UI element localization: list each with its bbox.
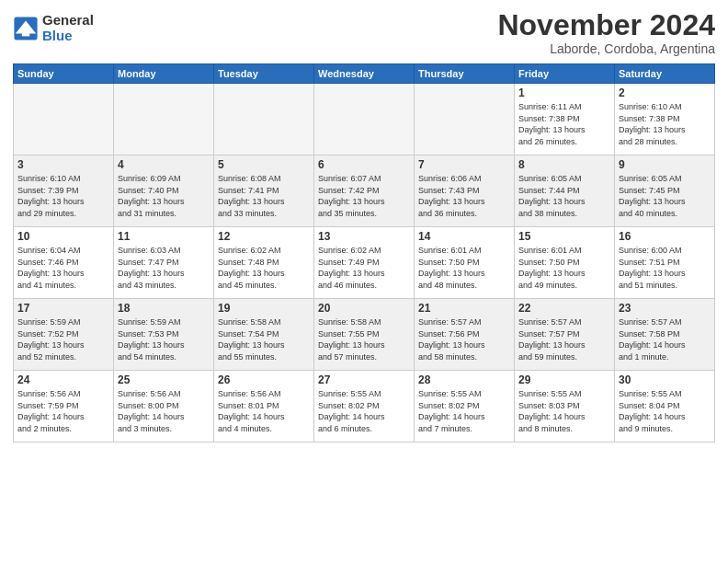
calendar-cell: 18Sunrise: 5:59 AMSunset: 7:53 PMDayligh… [114,299,214,371]
day-number: 2 [619,86,711,99]
day-number: 19 [218,302,310,315]
week-row-4: 17Sunrise: 5:59 AMSunset: 7:52 PMDayligh… [14,299,715,371]
day-number: 5 [218,158,310,171]
day-number: 13 [318,230,410,243]
calendar-cell: 12Sunrise: 6:02 AMSunset: 7:48 PMDayligh… [214,227,314,299]
title-area: November 2024 Laborde, Cordoba, Argentin… [497,9,715,56]
calendar-cell: 24Sunrise: 5:56 AMSunset: 7:59 PMDayligh… [14,371,114,442]
cell-details: Sunrise: 5:58 AMSunset: 7:54 PMDaylight:… [218,316,310,362]
cell-details: Sunrise: 6:01 AMSunset: 7:50 PMDaylight:… [418,245,510,291]
day-number: 25 [118,373,210,386]
weekday-header-saturday: Saturday [615,64,715,84]
calendar-cell: 16Sunrise: 6:00 AMSunset: 7:51 PMDayligh… [615,227,715,299]
weekday-header-monday: Monday [114,64,214,84]
day-number: 4 [118,158,210,171]
day-number: 16 [619,230,711,243]
day-number: 30 [619,373,711,386]
calendar-cell [214,84,314,155]
calendar-cell: 15Sunrise: 6:01 AMSunset: 7:50 PMDayligh… [515,227,615,299]
day-number: 8 [518,158,610,171]
day-number: 28 [418,373,510,386]
calendar-cell: 29Sunrise: 5:55 AMSunset: 8:03 PMDayligh… [515,371,615,442]
cell-details: Sunrise: 6:08 AMSunset: 7:41 PMDaylight:… [218,173,310,219]
calendar-cell: 9Sunrise: 6:05 AMSunset: 7:45 PMDaylight… [615,155,715,227]
day-number: 27 [318,373,410,386]
week-row-3: 10Sunrise: 6:04 AMSunset: 7:46 PMDayligh… [14,227,715,299]
day-number: 10 [17,230,109,243]
calendar-cell: 28Sunrise: 5:55 AMSunset: 8:02 PMDayligh… [415,371,515,442]
header: General Blue November 2024 Laborde, Cord… [13,9,715,56]
weekday-header-row: SundayMondayTuesdayWednesdayThursdayFrid… [14,64,715,84]
calendar-cell: 21Sunrise: 5:57 AMSunset: 7:56 PMDayligh… [415,299,515,371]
calendar-cell: 3Sunrise: 6:10 AMSunset: 7:39 PMDaylight… [14,155,114,227]
cell-details: Sunrise: 5:55 AMSunset: 8:02 PMDaylight:… [318,388,410,434]
cell-details: Sunrise: 5:59 AMSunset: 7:52 PMDaylight:… [17,316,109,362]
week-row-1: 1Sunrise: 6:11 AMSunset: 7:38 PMDaylight… [14,84,715,155]
month-title: November 2024 [497,9,715,41]
calendar-cell: 22Sunrise: 5:57 AMSunset: 7:57 PMDayligh… [515,299,615,371]
calendar-page: General Blue November 2024 Laborde, Cord… [0,0,728,563]
cell-details: Sunrise: 6:02 AMSunset: 7:48 PMDaylight:… [218,245,310,291]
cell-details: Sunrise: 6:11 AMSunset: 7:38 PMDaylight:… [518,101,610,147]
weekday-header-wednesday: Wednesday [314,64,415,84]
day-number: 20 [318,302,410,315]
calendar-cell [314,84,415,155]
calendar-table: SundayMondayTuesdayWednesdayThursdayFrid… [13,63,715,442]
day-number: 21 [418,302,510,315]
calendar-cell: 5Sunrise: 6:08 AMSunset: 7:41 PMDaylight… [214,155,314,227]
calendar-cell: 19Sunrise: 5:58 AMSunset: 7:54 PMDayligh… [214,299,314,371]
cell-details: Sunrise: 6:03 AMSunset: 7:47 PMDaylight:… [118,245,210,291]
cell-details: Sunrise: 6:06 AMSunset: 7:43 PMDaylight:… [418,173,510,219]
day-number: 15 [518,230,610,243]
cell-details: Sunrise: 5:57 AMSunset: 7:58 PMDaylight:… [619,316,711,362]
day-number: 18 [118,302,210,315]
cell-details: Sunrise: 6:04 AMSunset: 7:46 PMDaylight:… [17,245,109,291]
calendar-cell: 10Sunrise: 6:04 AMSunset: 7:46 PMDayligh… [14,227,114,299]
cell-details: Sunrise: 5:56 AMSunset: 8:01 PMDaylight:… [218,388,310,434]
day-number: 14 [418,230,510,243]
cell-details: Sunrise: 5:57 AMSunset: 7:56 PMDaylight:… [418,316,510,362]
calendar-cell: 1Sunrise: 6:11 AMSunset: 7:38 PMDaylight… [515,84,615,155]
calendar-cell: 2Sunrise: 6:10 AMSunset: 7:38 PMDaylight… [615,84,715,155]
calendar-cell: 23Sunrise: 5:57 AMSunset: 7:58 PMDayligh… [615,299,715,371]
calendar-cell: 7Sunrise: 6:06 AMSunset: 7:43 PMDaylight… [415,155,515,227]
day-number: 3 [17,158,109,171]
logo-icon [13,16,39,41]
day-number: 26 [218,373,310,386]
svg-rect-2 [22,29,29,36]
cell-details: Sunrise: 5:56 AMSunset: 8:00 PMDaylight:… [118,388,210,434]
cell-details: Sunrise: 5:58 AMSunset: 7:55 PMDaylight:… [318,316,410,362]
cell-details: Sunrise: 5:55 AMSunset: 8:02 PMDaylight:… [418,388,510,434]
day-number: 22 [518,302,610,315]
location: Laborde, Cordoba, Argentina [497,41,715,56]
day-number: 9 [619,158,711,171]
week-row-5: 24Sunrise: 5:56 AMSunset: 7:59 PMDayligh… [14,371,715,442]
cell-details: Sunrise: 6:02 AMSunset: 7:49 PMDaylight:… [318,245,410,291]
calendar-cell: 20Sunrise: 5:58 AMSunset: 7:55 PMDayligh… [314,299,415,371]
calendar-cell: 30Sunrise: 5:55 AMSunset: 8:04 PMDayligh… [615,371,715,442]
logo: General Blue [13,13,94,43]
calendar-cell: 27Sunrise: 5:55 AMSunset: 8:02 PMDayligh… [314,371,415,442]
cell-details: Sunrise: 6:10 AMSunset: 7:38 PMDaylight:… [619,101,711,147]
cell-details: Sunrise: 6:05 AMSunset: 7:45 PMDaylight:… [619,173,711,219]
calendar-cell: 26Sunrise: 5:56 AMSunset: 8:01 PMDayligh… [214,371,314,442]
day-number: 12 [218,230,310,243]
calendar-cell: 4Sunrise: 6:09 AMSunset: 7:40 PMDaylight… [114,155,214,227]
calendar-cell: 14Sunrise: 6:01 AMSunset: 7:50 PMDayligh… [415,227,515,299]
day-number: 7 [418,158,510,171]
calendar-cell [415,84,515,155]
calendar-cell: 8Sunrise: 6:05 AMSunset: 7:44 PMDaylight… [515,155,615,227]
weekday-header-friday: Friday [515,64,615,84]
calendar-cell [14,84,114,155]
weekday-header-sunday: Sunday [14,64,114,84]
day-number: 1 [518,86,610,99]
cell-details: Sunrise: 6:00 AMSunset: 7:51 PMDaylight:… [619,245,711,291]
calendar-cell: 11Sunrise: 6:03 AMSunset: 7:47 PMDayligh… [114,227,214,299]
calendar-cell: 13Sunrise: 6:02 AMSunset: 7:49 PMDayligh… [314,227,415,299]
day-number: 17 [17,302,109,315]
day-number: 6 [318,158,410,171]
cell-details: Sunrise: 5:57 AMSunset: 7:57 PMDaylight:… [518,316,610,362]
day-number: 11 [118,230,210,243]
day-number: 29 [518,373,610,386]
week-row-2: 3Sunrise: 6:10 AMSunset: 7:39 PMDaylight… [14,155,715,227]
